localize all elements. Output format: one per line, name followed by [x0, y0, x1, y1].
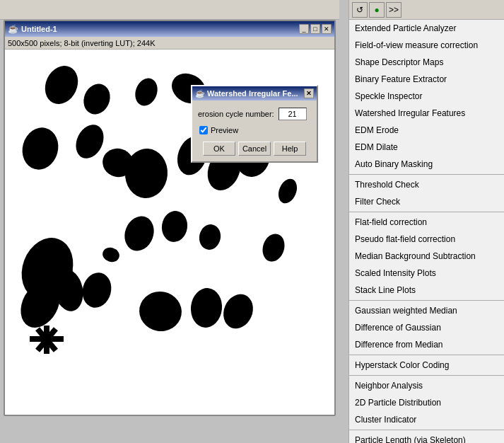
toolbar-green-btn[interactable]: ●: [369, 2, 385, 18]
menu-item-median-background-subtraction[interactable]: Median Background Subtraction: [349, 248, 504, 265]
menu-toolbar: ↺ ● >>: [349, 0, 504, 20]
preview-label: Preview: [211, 126, 238, 134]
title-bar-buttons: _ □ ✕: [299, 24, 332, 34]
menu-item-flat-field-correction[interactable]: Flat-field correction: [349, 214, 504, 231]
menu-separator-23: [349, 430, 504, 430]
help-button[interactable]: Help: [274, 142, 306, 156]
image-status-bar: 500x500 pixels; 8-bit (inverting LUT); 2…: [5, 37, 334, 50]
image-title-text: Untitled-1: [21, 25, 57, 33]
menu-item-particle-length-(via-skeleton)[interactable]: Particle Length (via Skeleton): [349, 432, 504, 443]
preview-row: Preview: [198, 126, 311, 134]
menu-item-extended-particle-analyzer[interactable]: Extended Particle Analyzer: [349, 20, 504, 37]
image-window: ☕ Untitled-1 _ □ ✕ 500x500 pixels; 8-bit…: [4, 20, 336, 416]
erosion-label: erosion cycle number:: [198, 110, 274, 118]
dialog-close-button[interactable]: ✕: [304, 88, 314, 98]
menu-item-difference-from-median[interactable]: Difference from Median: [349, 336, 504, 353]
dialog-icon: ☕: [195, 89, 205, 98]
menu-item-speckle-inspector[interactable]: Speckle Inspector: [349, 88, 504, 105]
menu-item-edm-dilate[interactable]: EDM Dilate: [349, 139, 504, 156]
toolbar: [0, 0, 339, 20]
dialog-body: erosion cycle number: Preview OK Cancel …: [192, 100, 317, 161]
menu-separator-19: [349, 355, 504, 355]
menu-separator-9: [349, 174, 504, 175]
menu-item-difference-of-gaussian[interactable]: Difference of Gaussian: [349, 319, 504, 336]
minimize-button[interactable]: _: [299, 24, 309, 34]
image-title: ☕ Untitled-1: [8, 24, 57, 34]
menu-item-watershed-irregular-features[interactable]: Watershed Irregular Features: [349, 105, 504, 122]
cancel-button[interactable]: Cancel: [238, 142, 271, 156]
image-icon: ☕: [8, 24, 18, 34]
dropdown-menu: ↺ ● >> Extended Particle AnalyzerField-o…: [348, 0, 504, 443]
menu-items-container: Extended Particle AnalyzerField-of-view …: [349, 20, 504, 443]
menu-item-stack-line-plots[interactable]: Stack Line Plots: [349, 282, 504, 299]
maximize-button[interactable]: □: [310, 24, 320, 34]
menu-item-2d-particle-distribution[interactable]: 2D Particle Distribution: [349, 394, 504, 411]
menu-item-field-of-view-measure-correction[interactable]: Field-of-view measure correction: [349, 37, 504, 54]
dialog-buttons: OK Cancel Help: [198, 142, 311, 156]
dialog-title-text: ☕ Watershed Irregular Fe...: [195, 89, 298, 98]
menu-item-pseudo-flat-field-correction[interactable]: Pseudo flat-field correction: [349, 231, 504, 248]
watershed-dialog: ☕ Watershed Irregular Fe... ✕ erosion cy…: [191, 85, 318, 163]
menu-item-shape-descriptor-maps[interactable]: Shape Descriptor Maps: [349, 54, 504, 71]
menu-item-threshold-check[interactable]: Threshold Check: [349, 176, 504, 193]
menu-separator-16: [349, 300, 504, 301]
menu-item-scaled-intensity-plots[interactable]: Scaled Intensity Plots: [349, 265, 504, 282]
toolbar-arrows-btn[interactable]: >>: [386, 2, 402, 18]
preview-checkbox[interactable]: [199, 126, 208, 134]
menu-separator-20: [349, 375, 504, 376]
toolbar-refresh-btn[interactable]: ↺: [352, 2, 368, 18]
menu-item-edm-erode[interactable]: EDM Erode: [349, 122, 504, 139]
dialog-title-label: Watershed Irregular Fe...: [207, 89, 298, 98]
menu-item-hyperstack-color-coding[interactable]: Hyperstack Color Coding: [349, 357, 504, 374]
menu-item-auto-binary-masking[interactable]: Auto Binary Masking: [349, 156, 504, 173]
menu-item-binary-feature-extractor[interactable]: Binary Feature Extractor: [349, 71, 504, 88]
dialog-title-bar: ☕ Watershed Irregular Fe... ✕: [192, 86, 317, 100]
image-title-bar: ☕ Untitled-1 _ □ ✕: [5, 21, 334, 37]
menu-separator-11: [349, 212, 504, 212]
menu-item-cluster-indicator[interactable]: Cluster Indicator: [349, 411, 504, 428]
ok-button[interactable]: OK: [203, 142, 235, 156]
erosion-input[interactable]: [279, 108, 307, 120]
menu-item-neighbor-analysis[interactable]: Neighbor Analysis: [349, 377, 504, 394]
erosion-row: erosion cycle number:: [198, 108, 311, 120]
menu-item-gaussian-weighted-median[interactable]: Gaussian weighted Median: [349, 302, 504, 319]
close-button[interactable]: ✕: [322, 24, 332, 34]
image-status-text: 500x500 pixels; 8-bit (inverting LUT); 2…: [8, 39, 156, 47]
menu-item-filter-check[interactable]: Filter Check: [349, 193, 504, 210]
